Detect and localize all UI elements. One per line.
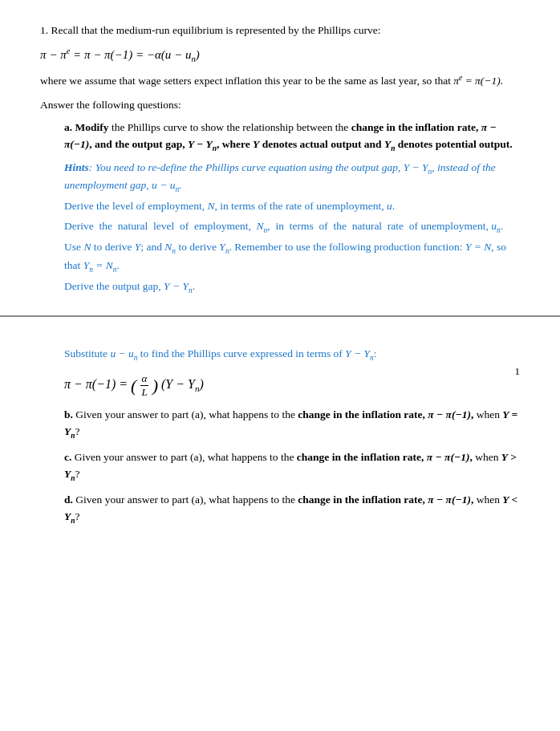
- hint4: Use N to derive Y; and Nn to derive Yn. …: [64, 239, 520, 275]
- sub-b-text: b. Given your answer to part (a), what h…: [64, 407, 520, 441]
- hint5: Derive the output gap, Y − Yn.: [64, 278, 520, 296]
- sub-c-text: c. Given your answer to part (a), what h…: [64, 449, 520, 484]
- sub-question-d: d. Given your answer to part (a), what h…: [64, 492, 520, 526]
- substitute-section: Substitute u − un to find the Phillips c…: [64, 346, 520, 398]
- top-section: 1. Recall that the medium-run equilibriu…: [0, 0, 560, 315]
- hint2: Derive the level of employment, N, in te…: [64, 198, 520, 215]
- problem-intro: 1. Recall that the medium-run equilibriu…: [40, 22, 520, 39]
- hints-text: Hints: You need to re-define the Phillip…: [64, 160, 520, 196]
- where-text: where we assume that wage setters expect…: [40, 71, 520, 89]
- hint3: Derive the natural level of employment, …: [64, 218, 520, 236]
- page-number: 1: [515, 365, 521, 378]
- substitute-text: Substitute u − un to find the Phillips c…: [64, 346, 520, 363]
- formula-phillips: π − πe = π − π(−1) = −α(u − un): [40, 47, 520, 63]
- page: 1. Recall that the medium-run equilibriu…: [0, 0, 560, 731]
- answer-instruction: Answer the following questions:: [40, 97, 520, 113]
- bottom-section: Substitute u − un to find the Phillips c…: [0, 317, 560, 546]
- formula-bottom: π − π(−1) = ( α L ) (Y − Yn): [64, 372, 520, 399]
- sub-question-c: c. Given your answer to part (a), what h…: [64, 449, 520, 484]
- sub-question-a: a. Modify the Phillips curve to show the…: [64, 120, 520, 296]
- sub-a-text: a. Modify the Phillips curve to show the…: [64, 120, 520, 154]
- sub-d-text: d. Given your answer to part (a), what h…: [64, 492, 520, 526]
- sub-question-b: b. Given your answer to part (a), what h…: [64, 407, 520, 441]
